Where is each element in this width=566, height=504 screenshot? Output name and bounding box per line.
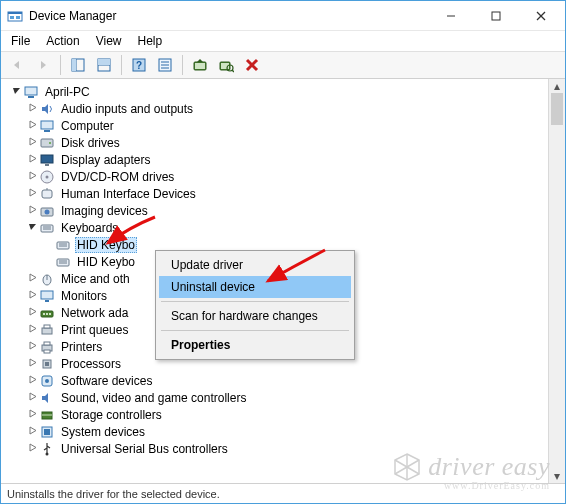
svg-rect-62 — [44, 342, 50, 345]
expand-toggle-icon[interactable] — [25, 205, 39, 216]
audio-icon — [39, 101, 55, 117]
svg-text:?: ? — [136, 60, 142, 71]
context-item[interactable]: Uninstall device — [159, 276, 351, 298]
app-icon — [7, 8, 23, 24]
toolbar: ? — [1, 51, 565, 79]
scroll-down-button[interactable]: ▾ — [549, 469, 565, 483]
minimize-button[interactable] — [428, 2, 473, 30]
scan-hardware-button[interactable] — [214, 53, 238, 77]
expand-toggle-icon[interactable] — [25, 358, 39, 369]
keyboard-icon — [55, 254, 71, 270]
context-item[interactable]: Scan for hardware changes — [159, 305, 351, 327]
system-icon — [39, 424, 55, 440]
tree-category[interactable]: Computer — [7, 117, 548, 134]
svg-rect-31 — [44, 130, 50, 132]
expand-toggle-icon[interactable] — [25, 137, 39, 148]
tree-item-label: Human Interface Devices — [59, 187, 198, 201]
tree-item-label: April-PC — [43, 85, 92, 99]
expand-toggle-icon[interactable] — [25, 443, 39, 454]
expand-toggle-icon[interactable] — [25, 324, 39, 335]
usb-icon — [39, 441, 55, 457]
tree-category[interactable]: Keyboards — [7, 219, 548, 236]
expand-toggle-icon[interactable] — [25, 154, 39, 165]
printer-icon — [39, 339, 55, 355]
properties-button[interactable] — [153, 53, 177, 77]
tree-category[interactable]: Imaging devices — [7, 202, 548, 219]
tree-category[interactable]: Universal Serial Bus controllers — [7, 440, 548, 457]
tree-category[interactable]: Human Interface Devices — [7, 185, 548, 202]
scroll-thumb[interactable] — [551, 93, 563, 125]
menu-view[interactable]: View — [88, 32, 130, 50]
toolbar-sep — [60, 55, 61, 75]
dvd-icon — [39, 169, 55, 185]
maximize-button[interactable] — [473, 2, 518, 30]
expand-toggle-icon[interactable] — [25, 307, 39, 318]
expand-toggle-icon[interactable] — [25, 409, 39, 420]
tree-item-label: DVD/CD-ROM drives — [59, 170, 176, 184]
svg-rect-53 — [41, 291, 53, 299]
menu-help[interactable]: Help — [130, 32, 171, 50]
network-icon — [39, 305, 55, 321]
tree-category[interactable]: Display adapters — [7, 151, 548, 168]
svg-point-72 — [46, 452, 49, 455]
uninstall-button[interactable] — [240, 53, 264, 77]
expand-toggle-icon[interactable] — [25, 188, 39, 199]
svg-rect-13 — [98, 59, 110, 65]
context-menu: Update driverUninstall deviceScan for ha… — [155, 250, 355, 360]
back-button[interactable] — [5, 53, 29, 77]
forward-button[interactable] — [31, 53, 55, 77]
properties-pane-button[interactable] — [92, 53, 116, 77]
context-item[interactable]: Properties — [159, 334, 351, 356]
context-item[interactable]: Update driver — [159, 254, 351, 276]
tree-category[interactable]: Audio inputs and outputs — [7, 100, 548, 117]
expand-toggle-icon[interactable] — [25, 103, 39, 114]
svg-rect-32 — [41, 139, 53, 147]
expand-toggle-icon[interactable] — [25, 426, 39, 437]
tree-category[interactable]: Sound, video and game controllers — [7, 389, 548, 406]
expand-toggle-icon[interactable] — [25, 375, 39, 386]
svg-point-41 — [45, 209, 50, 214]
expand-toggle-icon[interactable] — [25, 171, 39, 182]
expand-toggle-icon[interactable] — [25, 290, 39, 301]
update-driver-button[interactable] — [188, 53, 212, 77]
tree-item-label: Printers — [59, 340, 104, 354]
computer-icon — [39, 118, 55, 134]
tree-category[interactable]: Software devices — [7, 372, 548, 389]
svg-rect-63 — [44, 350, 50, 353]
toolbar-sep — [121, 55, 122, 75]
display-icon — [39, 152, 55, 168]
expand-toggle-icon[interactable] — [9, 86, 23, 97]
disk-icon — [39, 135, 55, 151]
show-hide-pane-button[interactable] — [66, 53, 90, 77]
tree-category[interactable]: Disk drives — [7, 134, 548, 151]
expand-toggle-icon[interactable] — [25, 273, 39, 284]
tree-item-label: Keyboards — [59, 221, 120, 235]
svg-rect-3 — [16, 16, 20, 19]
tree-category[interactable]: System devices — [7, 423, 548, 440]
tree-item-label: Storage controllers — [59, 408, 164, 422]
menu-file[interactable]: File — [3, 32, 38, 50]
tree-category[interactable]: DVD/CD-ROM drives — [7, 168, 548, 185]
tree-item-label: Network ada — [59, 306, 130, 320]
expand-toggle-icon[interactable] — [25, 392, 39, 403]
tree-item-label: Display adapters — [59, 153, 152, 167]
tree-item-label: Monitors — [59, 289, 109, 303]
vertical-scrollbar[interactable]: ▴ ▾ — [548, 79, 565, 483]
svg-rect-54 — [45, 300, 49, 302]
tree-category[interactable]: Storage controllers — [7, 406, 548, 423]
toolbar-sep — [182, 55, 183, 75]
expand-toggle-icon[interactable] — [25, 341, 39, 352]
help-button[interactable]: ? — [127, 53, 151, 77]
expand-toggle-icon[interactable] — [25, 120, 39, 131]
scroll-up-button[interactable]: ▴ — [549, 79, 565, 93]
svg-rect-65 — [45, 362, 49, 366]
tree-root[interactable]: April-PC — [7, 83, 548, 100]
expand-toggle-icon[interactable] — [25, 222, 39, 233]
menu-action[interactable]: Action — [38, 32, 87, 50]
close-button[interactable] — [518, 2, 563, 30]
svg-rect-10 — [72, 59, 76, 71]
svg-rect-35 — [45, 164, 49, 166]
svg-line-25 — [232, 70, 234, 72]
tree-item-label: Sound, video and game controllers — [59, 391, 248, 405]
tree-item-label: Print queues — [59, 323, 130, 337]
